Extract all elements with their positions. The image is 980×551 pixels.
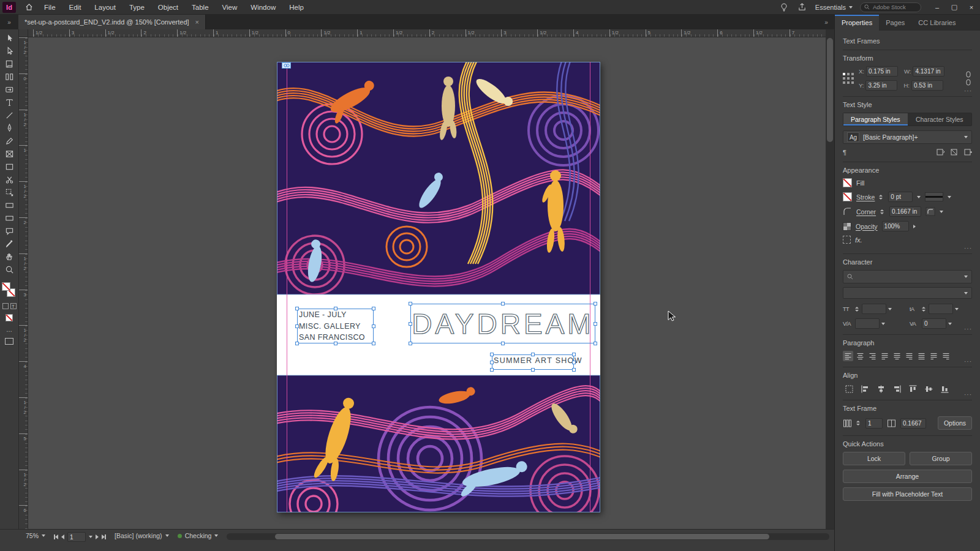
corner-stepper[interactable] bbox=[880, 209, 884, 214]
toolbar-collapse-icon[interactable]: » bbox=[0, 15, 18, 29]
appearance-more-options[interactable]: ··· bbox=[964, 245, 972, 252]
align-center-icon[interactable] bbox=[855, 351, 865, 361]
new-style-icon[interactable] bbox=[963, 148, 972, 156]
vertical-scrollbar-thumb[interactable] bbox=[827, 38, 833, 142]
font-size-field[interactable] bbox=[862, 304, 886, 314]
gap-tool[interactable] bbox=[1, 70, 17, 83]
tab-cc-libraries[interactable]: CC Libraries bbox=[911, 15, 962, 31]
workspace-switcher[interactable]: Essentials bbox=[815, 4, 853, 11]
share-icon[interactable] bbox=[797, 2, 808, 12]
gradient-feather-tool[interactable] bbox=[1, 212, 17, 225]
group-button[interactable]: Group bbox=[910, 452, 972, 465]
close-button[interactable]: × bbox=[963, 0, 980, 14]
stroke-weight-stepper[interactable] bbox=[879, 195, 883, 200]
character-styles-tab[interactable]: Character Styles bbox=[908, 113, 972, 126]
font-style-dropdown[interactable] bbox=[843, 287, 972, 299]
chevron-down-icon[interactable] bbox=[888, 308, 892, 310]
chevron-down-icon[interactable] bbox=[955, 308, 959, 310]
transform-more-options[interactable]: ··· bbox=[964, 88, 972, 94]
linked-image-badge-icon[interactable] bbox=[282, 62, 291, 69]
corner-style-preview[interactable] bbox=[925, 207, 935, 216]
fill-stroke-control[interactable] bbox=[2, 282, 17, 298]
constrain-proportions-icon[interactable] bbox=[965, 71, 972, 86]
align-left-icon[interactable] bbox=[843, 351, 853, 361]
more-tools-icon[interactable]: … bbox=[6, 326, 12, 333]
character-more-options[interactable]: ··· bbox=[964, 326, 972, 332]
chevron-down-icon[interactable] bbox=[948, 323, 952, 325]
text-frame-selection-title[interactable] bbox=[410, 304, 595, 343]
justify-right-icon[interactable] bbox=[904, 351, 914, 361]
formatting-affects-text-icon[interactable]: T bbox=[10, 303, 17, 309]
scissors-tool[interactable] bbox=[1, 173, 17, 186]
leading-field[interactable] bbox=[929, 304, 953, 314]
panel-collapse-icon[interactable]: » bbox=[818, 15, 834, 29]
stroke-weight-field[interactable] bbox=[888, 192, 913, 202]
leading-stepper[interactable] bbox=[922, 307, 925, 312]
minimize-button[interactable]: – bbox=[929, 0, 946, 14]
opacity-label[interactable]: Opacity bbox=[856, 223, 878, 230]
justify-all-icon[interactable] bbox=[916, 351, 927, 361]
menu-item[interactable]: Help bbox=[289, 4, 304, 11]
chevron-down-icon[interactable] bbox=[948, 196, 951, 198]
zoom-control[interactable]: 75% bbox=[26, 532, 45, 539]
horizontal-ruler[interactable]: 1/231/221/211/201/211/221/231/241/251/26… bbox=[28, 29, 826, 37]
kerning-field[interactable] bbox=[855, 318, 880, 329]
gradient-swatch-tool[interactable] bbox=[1, 199, 17, 212]
align-key-object-icon[interactable] bbox=[843, 383, 855, 394]
align-objects-bottom-icon[interactable] bbox=[938, 383, 951, 394]
align-objects-left-icon[interactable] bbox=[859, 383, 871, 394]
ruler-origin-corner[interactable] bbox=[19, 29, 28, 37]
opacity-field[interactable] bbox=[882, 221, 909, 231]
formatting-affects-container-icon[interactable] bbox=[2, 303, 9, 309]
document-canvas[interactable]: JUNE - JULY MISC. GALLERY SAN FRANCISCO … bbox=[28, 37, 826, 529]
menu-item[interactable]: Layout bbox=[94, 4, 116, 11]
horizontal-scrollbar[interactable] bbox=[227, 533, 829, 540]
maximize-button[interactable]: ▢ bbox=[946, 0, 963, 14]
learn-lightbulb-icon[interactable] bbox=[778, 2, 790, 12]
tab-properties[interactable]: Properties bbox=[835, 15, 879, 31]
vertical-ruler[interactable]: 1/201/211/221/231/241/251/26 bbox=[19, 37, 28, 529]
color-theme-tool[interactable] bbox=[1, 238, 17, 250]
lock-button[interactable]: Lock bbox=[843, 452, 905, 465]
content-collector-tool[interactable] bbox=[1, 83, 17, 96]
paragraph-styles-tab[interactable]: Paragraph Styles bbox=[843, 113, 908, 126]
preflight-profile-menu[interactable]: [Basic] (working) bbox=[115, 532, 169, 539]
arrange-button[interactable]: Arrange bbox=[843, 470, 972, 483]
hand-tool[interactable] bbox=[1, 250, 17, 263]
text-frame-options-button[interactable]: Options bbox=[938, 416, 972, 430]
screen-mode-button[interactable] bbox=[5, 338, 13, 345]
chevron-down-icon[interactable] bbox=[917, 196, 921, 198]
stock-search[interactable] bbox=[860, 2, 921, 12]
previous-page-button[interactable] bbox=[61, 534, 64, 539]
next-page-button[interactable] bbox=[96, 534, 99, 539]
columns-field[interactable] bbox=[865, 418, 883, 429]
clear-overrides-icon[interactable] bbox=[950, 148, 959, 156]
corner-radius-field[interactable] bbox=[889, 206, 921, 217]
line-tool[interactable] bbox=[1, 109, 17, 122]
tab-pages[interactable]: Pages bbox=[879, 15, 911, 31]
apply-none-swatch[interactable] bbox=[6, 314, 13, 321]
paragraph-style-dropdown[interactable]: Ag [Basic Paragraph]+ bbox=[843, 130, 972, 144]
paragraph-more-options[interactable]: ··· bbox=[964, 358, 972, 365]
align-towards-spine-icon[interactable] bbox=[929, 351, 939, 361]
fill-swatch[interactable] bbox=[2, 282, 10, 291]
x-field[interactable] bbox=[866, 66, 898, 77]
horizontal-scrollbar-thumb[interactable] bbox=[275, 534, 769, 539]
last-page-button[interactable] bbox=[102, 534, 106, 539]
corner-label[interactable]: Corner bbox=[856, 208, 876, 216]
rectangle-tool[interactable] bbox=[1, 160, 17, 173]
menu-item[interactable]: Edit bbox=[69, 4, 81, 11]
note-tool[interactable] bbox=[1, 225, 17, 238]
pen-tool[interactable] bbox=[1, 122, 17, 135]
stroke-color-swatch[interactable] bbox=[843, 192, 852, 201]
chevron-down-icon[interactable] bbox=[881, 323, 885, 325]
selection-tool[interactable] bbox=[1, 32, 17, 45]
fill-placeholder-text-button[interactable]: Fill with Placeholder Text bbox=[843, 487, 972, 501]
document-tab[interactable]: *set-up-a-postcard_END_V2.indd @ 150% [C… bbox=[18, 15, 206, 29]
tracking-field[interactable] bbox=[922, 318, 946, 329]
page-tool[interactable] bbox=[1, 58, 17, 70]
menu-item[interactable]: File bbox=[44, 4, 56, 11]
home-icon[interactable] bbox=[23, 2, 34, 12]
first-page-button[interactable] bbox=[54, 534, 58, 539]
font-family-dropdown[interactable] bbox=[843, 270, 972, 283]
